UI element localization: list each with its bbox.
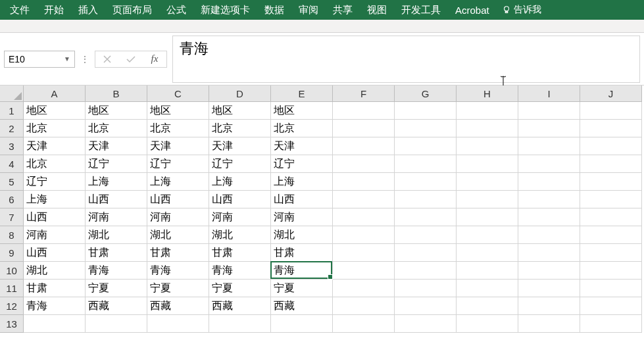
cell[interactable] — [457, 173, 518, 191]
cell[interactable]: 地区 — [209, 102, 271, 120]
cell[interactable]: 辽宁 — [147, 155, 209, 173]
cell[interactable] — [333, 226, 395, 244]
cell[interactable] — [395, 315, 457, 333]
cell[interactable] — [333, 173, 395, 191]
cell[interactable]: 北京 — [24, 155, 86, 173]
tab-file[interactable]: 文件 — [3, 0, 37, 20]
cell[interactable]: 天津 — [24, 137, 86, 155]
cell[interactable] — [457, 102, 518, 120]
cell[interactable] — [580, 173, 642, 191]
row-header-7[interactable]: 7 — [0, 208, 24, 226]
tell-me-search[interactable]: 告诉我 — [497, 4, 547, 16]
cell[interactable]: 青海 — [24, 297, 86, 315]
cell[interactable]: 宁夏 — [86, 280, 147, 297]
column-header-F[interactable]: F — [333, 86, 395, 102]
cell[interactable]: 地区 — [86, 102, 147, 120]
tab-home[interactable]: 开始 — [37, 0, 71, 20]
cell[interactable] — [457, 244, 518, 262]
tab-acrobat[interactable]: Acrobat — [448, 0, 497, 20]
cell[interactable] — [580, 208, 642, 226]
cell[interactable]: 山西 — [271, 191, 333, 208]
tab-share[interactable]: 共享 — [326, 0, 360, 20]
cell[interactable] — [518, 297, 580, 315]
cell[interactable]: 湖北 — [209, 226, 271, 244]
cell[interactable]: 西藏 — [147, 297, 209, 315]
name-box[interactable]: E10 ▼ — [4, 51, 75, 68]
cell[interactable]: 甘肃 — [24, 280, 86, 297]
cell[interactable] — [518, 102, 580, 120]
cell[interactable] — [333, 120, 395, 137]
cell[interactable]: 湖北 — [147, 226, 209, 244]
row-header-5[interactable]: 5 — [0, 173, 24, 191]
cell[interactable] — [518, 120, 580, 137]
confirm-formula-button[interactable] — [119, 51, 143, 67]
cell[interactable] — [518, 226, 580, 244]
cell[interactable]: 西藏 — [209, 297, 271, 315]
cell[interactable] — [457, 208, 518, 226]
cell[interactable] — [580, 155, 642, 173]
cell[interactable] — [24, 315, 86, 333]
tab-insert[interactable]: 插入 — [71, 0, 105, 20]
tab-formulas[interactable]: 公式 — [159, 0, 193, 20]
cell[interactable] — [395, 244, 457, 262]
cell[interactable] — [395, 102, 457, 120]
column-header-G[interactable]: G — [395, 86, 457, 102]
cell[interactable] — [395, 297, 457, 315]
tab-review[interactable]: 审阅 — [291, 0, 326, 20]
column-header-I[interactable]: I — [518, 86, 580, 102]
cell[interactable] — [395, 191, 457, 208]
row-header-12[interactable]: 12 — [0, 297, 24, 315]
cell[interactable] — [333, 244, 395, 262]
cell[interactable]: 上海 — [24, 191, 86, 208]
cell[interactable]: 地区 — [271, 102, 333, 120]
cell[interactable] — [395, 173, 457, 191]
cell[interactable] — [333, 297, 395, 315]
cell[interactable] — [147, 315, 209, 333]
cell[interactable] — [518, 173, 580, 191]
cell[interactable] — [580, 102, 642, 120]
cell[interactable] — [333, 262, 395, 280]
cell[interactable]: 山西 — [209, 191, 271, 208]
cell[interactable] — [518, 262, 580, 280]
tab-data[interactable]: 数据 — [257, 0, 291, 20]
cell[interactable] — [395, 208, 457, 226]
column-header-C[interactable]: C — [147, 86, 209, 102]
cell[interactable] — [457, 297, 518, 315]
row-header-2[interactable]: 2 — [0, 120, 24, 137]
cell[interactable]: 湖北 — [24, 262, 86, 280]
cell[interactable]: 天津 — [271, 137, 333, 155]
column-header-H[interactable]: H — [457, 86, 518, 102]
cell[interactable]: 山西 — [86, 191, 147, 208]
row-header-3[interactable]: 3 — [0, 137, 24, 155]
cell[interactable]: 天津 — [209, 137, 271, 155]
cell[interactable]: 上海 — [271, 173, 333, 191]
row-header-1[interactable]: 1 — [0, 102, 24, 120]
cell[interactable] — [86, 315, 147, 333]
cell[interactable] — [333, 191, 395, 208]
row-header-13[interactable]: 13 — [0, 315, 24, 333]
cell[interactable]: 上海 — [147, 173, 209, 191]
cell[interactable]: 地区 — [147, 102, 209, 120]
cell[interactable]: 天津 — [147, 137, 209, 155]
cell[interactable] — [395, 137, 457, 155]
cell[interactable]: 甘肃 — [147, 244, 209, 262]
cell[interactable]: 北京 — [271, 120, 333, 137]
cell[interactable] — [518, 280, 580, 297]
cell[interactable] — [395, 120, 457, 137]
column-header-A[interactable]: A — [24, 86, 86, 102]
cell[interactable]: 山西 — [147, 191, 209, 208]
cell[interactable] — [395, 280, 457, 297]
cell[interactable]: 天津 — [86, 137, 147, 155]
name-box-dropdown-icon[interactable]: ▼ — [64, 55, 70, 62]
cell[interactable]: 湖北 — [271, 226, 333, 244]
row-header-11[interactable]: 11 — [0, 280, 24, 297]
cell[interactable] — [580, 262, 642, 280]
cell[interactable]: 宁夏 — [209, 280, 271, 297]
cell[interactable]: 辽宁 — [24, 173, 86, 191]
cell[interactable]: 甘肃 — [271, 244, 333, 262]
tab-page-layout[interactable]: 页面布局 — [105, 0, 159, 20]
cell[interactable] — [333, 315, 395, 333]
cell[interactable] — [395, 226, 457, 244]
cell[interactable] — [580, 120, 642, 137]
tab-developer[interactable]: 开发工具 — [394, 0, 448, 20]
